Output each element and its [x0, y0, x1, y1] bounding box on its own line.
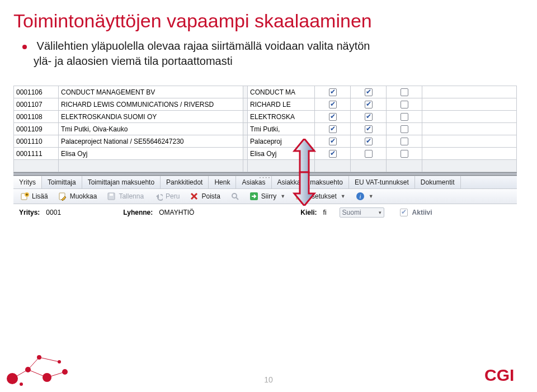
settings-icon [295, 192, 304, 201]
cell-abbr: Elisa Oyj [250, 150, 276, 158]
checkbox-col-3[interactable] [401, 88, 408, 96]
edit-button[interactable]: Muokkaa [54, 191, 102, 202]
chevron-down-icon: ▼ [280, 193, 285, 199]
info-button[interactable]: i ▼ [351, 191, 378, 202]
checkbox-col-2[interactable] [365, 88, 373, 96]
edit-icon [58, 192, 67, 201]
tab-dokumentit[interactable]: Dokumentit [415, 176, 461, 188]
svg-rect-8 [110, 193, 113, 196]
kieli-selected: Suomi [342, 209, 361, 216]
tab-toimittajan-maksuehto[interactable]: Toimittajan maksuehto [82, 176, 161, 188]
search-button [226, 191, 244, 202]
cell-code: 0001109 [16, 125, 43, 133]
checkbox-col-2[interactable] [365, 113, 373, 121]
yritys-value[interactable]: 0001 [44, 207, 75, 218]
bullet-line-2: ylä- ja alaosien viemä tila portaattomas… [34, 55, 233, 67]
kieli-label: Kieli: [300, 209, 317, 216]
delete-icon [190, 192, 199, 201]
app-frame: 0001106 CONDUCT MANAGEMENT BV CONDUCT MA… [13, 86, 517, 221]
slide-title: Toimintonäyttöjen vapaampi skaalaaminen [13, 10, 537, 32]
bullet-line-1: Välilehtien yläpuolella olevaa rajaa sii… [37, 40, 370, 52]
cell-code: 0001107 [16, 101, 43, 108]
cgi-logo: CGI [484, 366, 522, 388]
cell-code: 0001110 [16, 138, 43, 145]
checkbox-col-1[interactable] [329, 113, 337, 121]
add-button[interactable]: Lisää [16, 191, 53, 202]
tab-toimittaja[interactable]: Toimittaja [42, 176, 82, 188]
drag-handle-icon: ···· [259, 173, 271, 181]
tab-henk[interactable]: Henk [209, 176, 236, 188]
lyhenne-label: Lyhenne: [123, 209, 153, 216]
chevron-down-icon: ▾ [379, 210, 381, 215]
checkbox-col-1[interactable] [329, 101, 337, 108]
checkbox-col-3[interactable] [401, 150, 408, 158]
svg-point-12 [232, 193, 237, 198]
save-button: Tallenna [102, 191, 148, 202]
checkbox-col-1[interactable] [329, 125, 337, 133]
svg-line-13 [236, 197, 238, 200]
svg-point-27 [43, 373, 51, 382]
cell-abbr: Tmi Putki, [250, 125, 280, 133]
tab-pankkitiedot[interactable]: Pankkitiedot [161, 176, 209, 188]
cell-name: Elisa Oyj [61, 150, 87, 158]
yritys-label: Yritys: [19, 209, 40, 216]
cell-abbr: Palaceproj [250, 138, 282, 145]
lyhenne-value[interactable]: OMAYHTIÖ [157, 207, 219, 218]
checkbox-col-2[interactable] [365, 150, 373, 158]
cell-abbr: RICHARD LE [250, 101, 291, 108]
aktiivi-checkbox[interactable] [400, 209, 408, 216]
settings-button[interactable]: Asetukset ▼ [291, 191, 350, 202]
svg-line-23 [39, 357, 59, 362]
splitter-bar[interactable]: ···· [13, 172, 517, 176]
table-row[interactable]: 0001109 Tmi Putki, Oiva-Kauko Tmi Putki, [14, 123, 517, 135]
chevron-down-icon: ▼ [341, 193, 346, 199]
checkbox-col-3[interactable] [401, 101, 408, 108]
checkbox-col-1[interactable] [329, 138, 337, 145]
tab-eu-vat[interactable]: EU VAT-tunnukset [349, 176, 415, 188]
cell-name: Palaceproject National / SE55646247230 [61, 138, 184, 145]
kieli-dropdown[interactable]: Suomi ▾ [340, 207, 384, 218]
cell-code: 0001108 [16, 113, 43, 121]
goto-icon [249, 192, 258, 201]
table-row-empty [14, 160, 517, 172]
checkbox-col-1[interactable] [329, 150, 337, 158]
checkbox-col-2[interactable] [365, 138, 373, 145]
checkbox-col-2[interactable] [365, 101, 373, 108]
svg-point-28 [58, 360, 61, 363]
bullet-dot [22, 45, 27, 49]
data-grid[interactable]: 0001106 CONDUCT MANAGEMENT BV CONDUCT MA… [13, 86, 517, 172]
checkbox-col-3[interactable] [401, 125, 408, 133]
detail-form-row: Yritys: 0001 Lyhenne: OMAYHTIÖ Kieli: fi… [13, 204, 517, 221]
tab-asiakkaan-maksuehto[interactable]: Asiakkaan maksuehto [272, 176, 349, 188]
svg-point-30 [20, 382, 23, 386]
svg-text:i: i [359, 193, 361, 200]
checkbox-col-3[interactable] [401, 138, 408, 145]
decorative-network-icon [4, 350, 88, 389]
aktiivi-label: Aktiivi [412, 209, 432, 216]
goto-button[interactable]: Siirry ▼ [245, 191, 290, 202]
table-row[interactable]: 0001108 ELEKTROSKANDIA SUOMI OY ELEKTROS… [14, 111, 517, 123]
svg-rect-15 [296, 193, 302, 199]
add-icon [20, 192, 29, 201]
info-icon: i [356, 192, 365, 201]
save-icon [107, 192, 116, 201]
delete-button[interactable]: Poista [185, 191, 224, 202]
table-row[interactable]: 0001107 RICHARD LEWIS COMMUNICATIONS / R… [14, 98, 517, 111]
svg-point-29 [62, 369, 68, 375]
checkbox-col-2[interactable] [365, 125, 373, 133]
cell-name: RICHARD LEWIS COMMUNICATIONS / RIVERSD [61, 101, 214, 108]
checkbox-col-1[interactable] [329, 88, 337, 96]
page-number: 10 [264, 375, 273, 384]
table-row[interactable]: 0001111 Elisa Oyj Elisa Oyj [14, 148, 517, 160]
bullet-list: Välilehtien yläpuolella olevaa rajaa sii… [22, 39, 537, 69]
table-row[interactable]: 0001106 CONDUCT MANAGEMENT BV CONDUCT MA [14, 86, 517, 98]
checkbox-col-3[interactable] [401, 113, 408, 121]
toolbar: Lisää Muokkaa Tallenna Peru Poista [13, 189, 517, 204]
undo-icon [154, 192, 163, 201]
svg-point-26 [37, 355, 41, 360]
cell-abbr: CONDUCT MA [250, 88, 295, 96]
table-row[interactable]: 0001110 Palaceproject National / SE55646… [14, 135, 517, 148]
tab-yritys[interactable]: Yritys [13, 176, 42, 188]
cell-name: Tmi Putki, Oiva-Kauko [61, 125, 128, 133]
cell-code: 0001111 [16, 150, 43, 158]
